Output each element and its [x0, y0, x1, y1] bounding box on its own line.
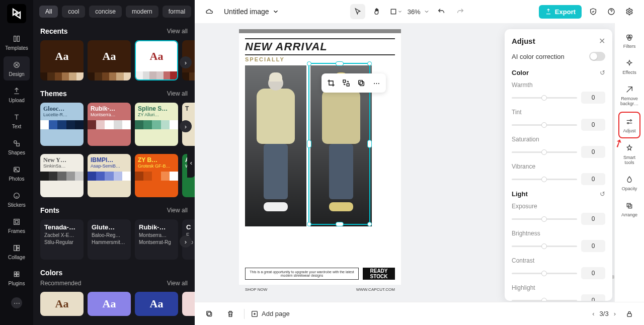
nav-frames[interactable]: Frames: [4, 213, 30, 237]
theme-card[interactable]: ZY B…Grotesk GF-B…: [135, 154, 178, 197]
colors-viewall[interactable]: View all: [167, 280, 188, 287]
font-card[interactable]: Tenada-…Zacbel X-E…Stilu-Regular: [40, 219, 84, 260]
ai-color-toggle[interactable]: [589, 52, 605, 61]
canvas-shopnow[interactable]: SHOP NOW: [245, 287, 267, 292]
settings-icon[interactable]: [622, 4, 637, 19]
prev-page[interactable]: ‹: [592, 310, 594, 317]
rail-opacity[interactable]: Opacity: [618, 171, 640, 196]
help-icon[interactable]: [604, 4, 619, 19]
row-next[interactable]: ›: [180, 56, 192, 68]
zoom-level[interactable]: 36%: [408, 8, 430, 16]
chip-formal[interactable]: formal: [163, 6, 191, 18]
rail-effects[interactable]: Effects: [618, 54, 640, 79]
design-page[interactable]: NEW ARRIVAL SPECIALLY This is a great op…: [239, 33, 401, 285]
light-1-slider[interactable]: [512, 246, 577, 247]
color-1-value[interactable]: 0: [581, 119, 605, 131]
color-card[interactable]: Aa: [88, 292, 131, 316]
color-1-slider[interactable]: [512, 124, 577, 126]
recents-viewall[interactable]: View all: [167, 28, 188, 35]
rail-arrange[interactable]: Arrange: [618, 197, 640, 222]
nav-templates[interactable]: Templates: [4, 30, 30, 54]
cursor-tool[interactable]: [350, 4, 365, 19]
color-card[interactable]: Aa: [182, 292, 195, 316]
light-2-value[interactable]: 0: [581, 267, 605, 279]
crop-tool[interactable]: [388, 4, 404, 19]
copy-icon[interactable]: [355, 76, 368, 90]
recent-card[interactable]: Aa: [88, 40, 131, 80]
undo-button[interactable]: [434, 4, 449, 19]
crop-icon[interactable]: [325, 76, 338, 90]
chip-all[interactable]: All: [39, 6, 58, 18]
shield-icon[interactable]: [586, 4, 601, 19]
chip-modern[interactable]: modern: [126, 6, 158, 18]
recent-card[interactable]: Aa: [40, 40, 84, 80]
page-indicator: 3/3: [600, 310, 609, 317]
app-logo[interactable]: [7, 4, 26, 23]
color-card[interactable]: Aa: [40, 292, 84, 316]
replace-icon[interactable]: [340, 76, 353, 90]
lock-icon[interactable]: [622, 306, 637, 321]
hand-tool[interactable]: [369, 4, 384, 19]
theme-card[interactable]: New Y…SinkinSa…: [40, 154, 84, 197]
close-icon[interactable]: ✕: [599, 36, 605, 46]
rail-remove-bg[interactable]: Remove backgr…: [618, 80, 640, 111]
recent-card[interactable]: Aa: [135, 40, 178, 80]
nav-stickers[interactable]: Stickers: [4, 187, 30, 211]
duplicate-page-icon[interactable]: [202, 306, 217, 321]
color-card[interactable]: Aa: [135, 292, 178, 316]
color-3-slider[interactable]: [512, 179, 577, 180]
row-next[interactable]: ›: [180, 235, 192, 248]
document-title[interactable]: Untitled image: [224, 8, 279, 16]
theme-card[interactable]: Spline S…ZY Alluri…: [135, 103, 178, 146]
color-0-value[interactable]: 0: [581, 92, 605, 104]
nav-upload[interactable]: Upload: [4, 83, 30, 107]
export-button[interactable]: Export: [539, 5, 582, 19]
canvas-image-1[interactable]: [245, 65, 306, 226]
theme-card[interactable]: Rubik-…Montserra…: [88, 103, 131, 146]
row-next[interactable]: ›: [180, 120, 192, 132]
light-1-value[interactable]: 0: [581, 240, 605, 252]
nav-plugins[interactable]: Plugins: [4, 266, 30, 290]
cloud-icon[interactable]: [202, 4, 217, 19]
rail-adjust[interactable]: Adjust: [618, 112, 640, 139]
next-page[interactable]: ›: [614, 310, 616, 317]
theme-card[interactable]: Glooc…Lucette-R…: [40, 103, 84, 146]
color-3-value[interactable]: 0: [581, 173, 605, 185]
more-icon[interactable]: ⋯: [370, 76, 383, 90]
color-0-slider[interactable]: [512, 97, 577, 99]
nav-collage[interactable]: Collage: [4, 239, 30, 264]
rail-filters[interactable]: Filters: [618, 28, 640, 53]
light-3-slider[interactable]: [512, 300, 577, 301]
canvas-subheading[interactable]: SPECIALLY: [245, 56, 395, 62]
add-page-button[interactable]: Add page: [251, 310, 290, 318]
color-reset-icon[interactable]: ↺: [600, 69, 605, 76]
light-3-value[interactable]: 0: [581, 294, 605, 301]
nav-photos[interactable]: Photos: [4, 161, 30, 185]
panel-collapse[interactable]: ‹: [187, 147, 195, 178]
chip-concise[interactable]: concise: [89, 6, 122, 18]
chip-cool[interactable]: cool: [62, 6, 85, 18]
theme-card[interactable]: IBMPl…Asap-SemiB…: [88, 154, 131, 197]
nav-text[interactable]: Text: [4, 109, 30, 133]
canvas-url[interactable]: WWW.CAPCUT.COM: [356, 287, 395, 292]
fonts-viewall[interactable]: View all: [167, 207, 188, 214]
rail-smart-tools[interactable]: Smart tools: [618, 139, 640, 170]
color-2-value[interactable]: 0: [581, 146, 605, 158]
nav-design[interactable]: Design: [4, 56, 30, 80]
themes-viewall[interactable]: View all: [167, 90, 188, 97]
canvas-heading[interactable]: NEW ARRIVAL: [245, 38, 395, 55]
redo-button[interactable]: [453, 4, 468, 19]
canvas-footer-text[interactable]: This is a great opportunity to upgrade y…: [245, 268, 359, 280]
nav-more[interactable]: ⋯: [4, 294, 30, 312]
light-2-slider[interactable]: [512, 273, 577, 274]
delete-page-icon[interactable]: [223, 306, 238, 321]
color-2-slider[interactable]: [512, 151, 577, 153]
canvas-badge[interactable]: READY STOCK: [363, 268, 395, 280]
font-card[interactable]: Rubik-…Montserra…Montserrat-Rg: [135, 219, 178, 260]
svg-point-3: [14, 141, 17, 143]
font-card[interactable]: Glute…Baloo-Reg…HammersmithOn…: [88, 219, 131, 260]
nav-shapes[interactable]: Shapes: [4, 135, 30, 159]
light-0-slider[interactable]: [512, 218, 577, 220]
light-0-value[interactable]: 0: [581, 213, 605, 225]
light-reset-icon[interactable]: ↺: [600, 190, 605, 198]
